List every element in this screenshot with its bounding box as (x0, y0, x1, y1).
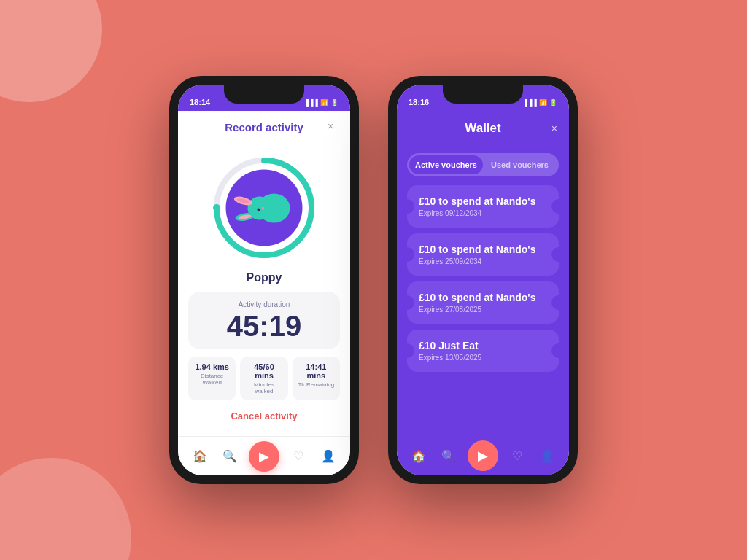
voucher-info-3: £10 to spend at Nando's Expires 27/08/20… (419, 292, 547, 314)
record-title: Record activity (225, 121, 303, 133)
wallet-nav-home-icon[interactable]: 🏠 (409, 446, 429, 466)
status-icons-right: ▐▐▐ 📶 🔋 (523, 99, 557, 106)
activity-card: Activity duration 45:19 (188, 292, 340, 349)
bottom-nav-left: 🏠 🔍 ▶ ♡ 👤 (178, 436, 350, 475)
battery-icon-right: 🔋 (549, 99, 557, 106)
voucher-title-2: £10 to spend at Nando's (419, 244, 547, 255)
voucher-card-3[interactable]: £10 to spend at Nando's Expires 27/08/20… (407, 281, 559, 324)
nav-home-icon[interactable]: 🏠 (190, 446, 210, 467)
wallet-header: Wallet × (397, 111, 569, 146)
voucher-expiry-1: Expires 09/12/2034 (419, 209, 547, 217)
wifi-icon-right: 📶 (539, 99, 547, 106)
signal-icon: ▐▐▐ (304, 99, 318, 106)
record-header: Record activity × (178, 111, 350, 141)
stat-minutes: 45/60 mins Minutes walked (240, 357, 287, 400)
stat-remaining-value: 14:41 mins (297, 362, 336, 380)
stat-minutes-label: Minutes walked (244, 381, 283, 394)
svg-point-10 (262, 207, 264, 210)
svg-point-9 (258, 209, 260, 211)
stat-distance-label: Distance Walked (193, 373, 231, 386)
wallet-body: Active vouchers Used vouchers £10 to spe… (397, 146, 569, 436)
close-button-right[interactable]: × (551, 122, 557, 134)
voucher-expiry-2: Expires 25/09/2034 (419, 257, 547, 265)
status-icons-left: ▐▐▐ 📶 🔋 (304, 99, 338, 106)
voucher-expiry-4: Expires 13/05/2025 (419, 354, 547, 362)
phones-container: 18:14 ▐▐▐ 📶 🔋 Record activity × (169, 76, 578, 484)
notch-right (443, 85, 523, 104)
pet-name: Poppy (247, 271, 282, 284)
stat-minutes-value: 45/60 mins (244, 362, 283, 380)
nav-search-icon[interactable]: 🔍 (220, 446, 240, 467)
wallet-nav-profile-icon[interactable]: 👤 (537, 446, 557, 466)
voucher-tabs: Active vouchers Used vouchers (407, 153, 559, 176)
activity-timer: 45:19 (200, 311, 328, 341)
voucher-info-4: £10 Just Eat Expires 13/05/2025 (419, 340, 547, 362)
voucher-expiry-3: Expires 27/08/2025 (419, 306, 547, 314)
bunny-svg (233, 177, 295, 239)
screen-content-left: Record activity × (178, 111, 350, 475)
tab-used-vouchers[interactable]: Used vouchers (483, 155, 557, 174)
status-time-right: 18:16 (409, 98, 429, 106)
stat-distance-value: 1.94 kms (193, 362, 231, 371)
voucher-card-2[interactable]: £10 to spend at Nando's Expires 25/09/20… (407, 233, 559, 276)
wallet-title: Wallet (465, 121, 500, 136)
voucher-card-1[interactable]: £10 to spend at Nando's Expires 09/12/20… (407, 185, 559, 228)
nav-fab-button[interactable]: ▶ (249, 441, 279, 472)
stat-distance: 1.94 kms Distance Walked (188, 357, 236, 400)
svg-point-2 (213, 204, 220, 211)
tab-active-vouchers[interactable]: Active vouchers (409, 155, 483, 174)
voucher-info-2: £10 to spend at Nando's Expires 25/09/20… (419, 244, 547, 265)
voucher-card-4[interactable]: £10 Just Eat Expires 13/05/2025 (407, 330, 559, 372)
voucher-title-4: £10 Just Eat (419, 340, 547, 351)
voucher-title-3: £10 to spend at Nando's (419, 292, 547, 303)
battery-icon: 🔋 (330, 99, 338, 106)
status-time-left: 18:14 (190, 98, 210, 106)
bottom-nav-right: 🏠 🔍 ▶ ♡ 👤 (397, 436, 569, 475)
notch-left (224, 85, 304, 104)
voucher-info-1: £10 to spend at Nando's Expires 09/12/20… (419, 195, 547, 217)
screen-content-right: Wallet × Active vouchers Used vouchers (397, 111, 569, 475)
wallet-nav-search-icon[interactable]: 🔍 (438, 446, 459, 466)
activity-duration-label: Activity duration (200, 300, 328, 308)
bg-circle-bottom-left (0, 458, 131, 560)
pet-avatar (226, 170, 303, 246)
record-body: Poppy Activity duration 45:19 1.94 kms D… (178, 141, 350, 436)
nav-heart-icon[interactable]: ♡ (288, 446, 309, 467)
stats-row: 1.94 kms Distance Walked 45/60 mins Minu… (188, 357, 340, 400)
wallet-nav-fab[interactable]: ▶ (468, 440, 498, 471)
wallet-nav-heart-icon[interactable]: ♡ (507, 446, 527, 466)
progress-circle (209, 153, 319, 262)
voucher-list: £10 to spend at Nando's Expires 09/12/20… (407, 185, 559, 372)
close-button-left[interactable]: × (322, 118, 338, 134)
stat-remaining: 14:41 mins Tlr Remaining (293, 357, 340, 400)
right-phone: 18:16 ▐▐▐ 📶 🔋 Wallet × Activ (388, 76, 578, 484)
bg-circle-top-left (0, 0, 102, 102)
left-phone: 18:14 ▐▐▐ 📶 🔋 Record activity × (169, 76, 359, 484)
stat-remaining-label: Tlr Remaining (297, 381, 336, 388)
nav-profile-icon[interactable]: 👤 (318, 446, 338, 467)
cancel-activity-button[interactable]: Cancel activity (231, 411, 297, 421)
voucher-title-1: £10 to spend at Nando's (419, 195, 547, 207)
signal-icon-right: ▐▐▐ (523, 99, 537, 106)
wifi-icon: 📶 (320, 99, 328, 106)
